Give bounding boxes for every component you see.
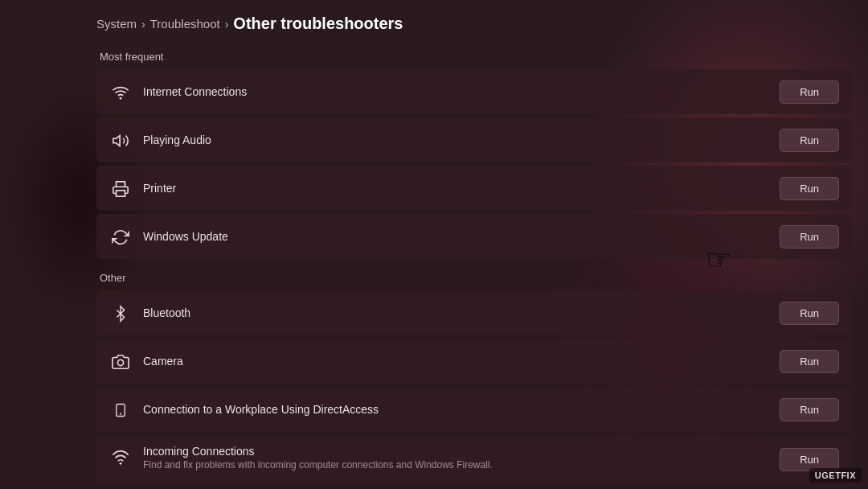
list-item-internet-connections: Internet Connections Run	[96, 69, 852, 114]
internet-connections-text: Internet Connections	[132, 85, 780, 98]
breadcrumb-sep2: ›	[225, 18, 229, 31]
workplace-text: Connection to a Workplace Using DirectAc…	[132, 403, 780, 416]
incoming-icon	[109, 446, 132, 469]
playing-audio-text: Playing Audio	[132, 134, 780, 146]
bluetooth-name: Bluetooth	[143, 306, 780, 319]
printer-text: Printer	[132, 182, 780, 195]
run-camera-button[interactable]: Run	[780, 350, 839, 373]
section-label-other: Other	[96, 272, 852, 284]
run-playing-audio-button[interactable]: Run	[780, 129, 839, 152]
list-item-incoming-connections: Incoming Connections Find and fix proble…	[96, 435, 852, 483]
workplace-icon	[109, 399, 132, 421]
incoming-connections-text: Incoming Connections Find and fix proble…	[132, 445, 780, 471]
update-icon	[109, 226, 132, 249]
bluetooth-text: Bluetooth	[132, 306, 780, 319]
list-item-windows-update: Windows Update Run	[96, 214, 852, 259]
list-item-workplace: Connection to a Workplace Using DirectAc…	[96, 387, 852, 432]
main-content: System › Troubleshoot › Other troublesho…	[88, 0, 868, 489]
svg-rect-2	[117, 191, 125, 196]
audio-icon	[109, 129, 132, 152]
breadcrumb: System › Troubleshoot › Other troublesho…	[96, 14, 852, 33]
breadcrumb-system[interactable]: System	[96, 17, 137, 31]
workplace-name: Connection to a Workplace Using DirectAc…	[143, 403, 780, 416]
internet-connections-name: Internet Connections	[143, 85, 780, 98]
list-item-camera: Camera Run	[96, 339, 852, 384]
breadcrumb-troubleshoot[interactable]: Troubleshoot	[150, 17, 220, 31]
list-item-printer: Printer Run	[96, 166, 852, 211]
run-printer-button[interactable]: Run	[780, 177, 839, 200]
section-label-most-frequent: Most frequent	[96, 51, 852, 63]
list-item-playing-audio: Playing Audio Run	[96, 117, 852, 162]
watermark: UGETFIX	[809, 468, 862, 483]
run-internet-connections-button[interactable]: Run	[780, 80, 839, 104]
run-windows-update-button[interactable]: Run	[780, 225, 839, 249]
playing-audio-name: Playing Audio	[143, 134, 780, 146]
windows-update-name: Windows Update	[143, 230, 780, 243]
camera-icon	[109, 351, 132, 373]
windows-update-text: Windows Update	[132, 230, 780, 243]
camera-text: Camera	[132, 355, 780, 368]
run-workplace-button[interactable]: Run	[780, 398, 839, 421]
run-bluetooth-button[interactable]: Run	[780, 302, 839, 325]
wifi-icon	[109, 81, 132, 104]
breadcrumb-sep1: ›	[141, 18, 145, 31]
svg-marker-1	[113, 136, 120, 146]
printer-name: Printer	[143, 182, 780, 195]
bluetooth-icon	[109, 302, 132, 325]
printer-icon	[109, 178, 132, 200]
page-title: Other troubleshooters	[233, 14, 403, 33]
list-item-bluetooth: Bluetooth Run	[96, 290, 852, 335]
incoming-connections-desc: Find and fix problems with incoming comp…	[143, 459, 780, 471]
svg-point-3	[117, 360, 123, 365]
incoming-connections-name: Incoming Connections	[143, 445, 780, 458]
camera-name: Camera	[143, 355, 780, 368]
